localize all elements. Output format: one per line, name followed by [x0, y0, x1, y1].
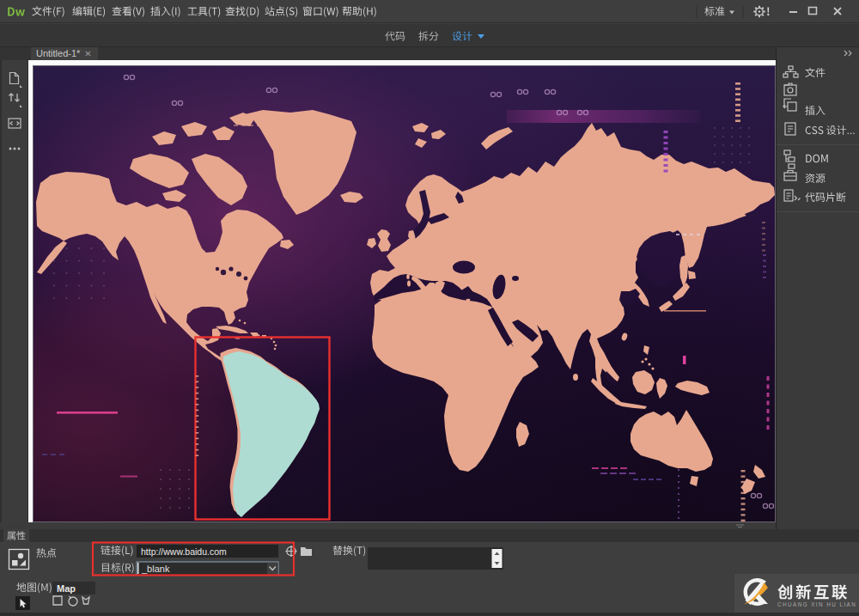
svg-text:http://www.baidu.com: http://www.baidu.com — [141, 546, 227, 557]
svg-text:Map: Map — [57, 583, 76, 594]
svg-text:_blank: _blank — [141, 564, 170, 574]
svg-text:CHUANG XIN HU LIAN: CHUANG XIN HU LIAN — [777, 601, 856, 607]
